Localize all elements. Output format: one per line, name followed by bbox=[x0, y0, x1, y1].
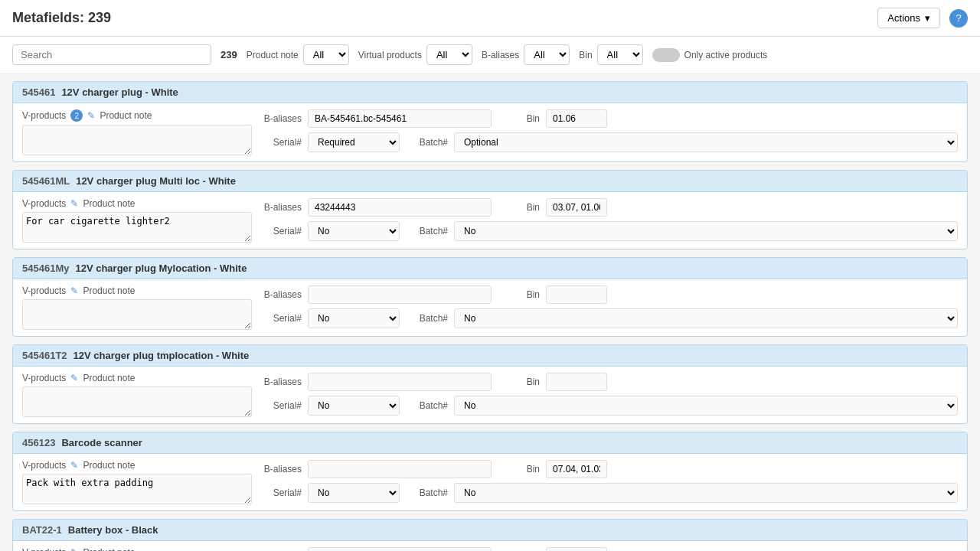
actions-button[interactable]: Actions ▾ bbox=[877, 8, 940, 28]
b-aliases-row: B-aliases Bin bbox=[260, 460, 958, 478]
v-products-label: V-products bbox=[22, 198, 66, 209]
page-title: Metafields: 239 bbox=[12, 10, 111, 26]
b-aliases-row: B-aliases Bin bbox=[260, 285, 958, 304]
product-right-col: B-aliases Bin Serial# NoRequiredOptional… bbox=[260, 198, 958, 241]
product-note-textarea[interactable] bbox=[22, 386, 252, 417]
edit-icon[interactable]: ✎ bbox=[70, 198, 78, 209]
b-aliases-label: B-aliases bbox=[260, 464, 302, 474]
serial-label: Serial# bbox=[260, 137, 302, 148]
product-id: 545461T2 bbox=[22, 350, 67, 361]
v-products-badge: 2 bbox=[70, 109, 83, 122]
bin-filter-label: Bin bbox=[579, 50, 592, 60]
bin-select[interactable]: All bbox=[597, 44, 643, 65]
product-row: V-products ✎ Product note B-aliases Bin … bbox=[13, 367, 967, 423]
content: 545461 12V charger plug - White V-produc… bbox=[0, 73, 980, 551]
product-id: BAT22-1 bbox=[22, 524, 62, 536]
b-aliases-label: B-aliases bbox=[260, 377, 302, 387]
bin-input[interactable] bbox=[546, 373, 607, 391]
product-note-select[interactable]: All bbox=[303, 44, 349, 65]
b-aliases-row: B-aliases Bin bbox=[260, 373, 958, 391]
actions-dropdown-icon: ▾ bbox=[925, 12, 930, 24]
bin-input[interactable] bbox=[546, 109, 607, 128]
serial-select[interactable]: NoRequiredOptional bbox=[308, 221, 400, 241]
serial-batch-row: Serial# NoRequiredOptional Batch# NoRequ… bbox=[260, 221, 958, 241]
product-left-col: V-products ✎ Product note This is a box7 bbox=[22, 547, 252, 551]
bin-input[interactable] bbox=[546, 198, 607, 217]
serial-label: Serial# bbox=[260, 226, 302, 236]
b-aliases-input[interactable] bbox=[308, 547, 492, 551]
product-header: 545461T2 12V charger plug tmplocation - … bbox=[13, 345, 967, 367]
b-aliases-label: B-aliases bbox=[260, 113, 302, 124]
edit-icon[interactable]: ✎ bbox=[70, 460, 78, 471]
batch-label: Batch# bbox=[406, 313, 448, 324]
batch-select[interactable]: NoRequiredOptional bbox=[454, 483, 958, 503]
help-button[interactable]: ? bbox=[949, 9, 968, 28]
product-row: V-products ✎ Product note Pack with extr… bbox=[13, 454, 967, 510]
b-aliases-row: B-aliases Bin bbox=[260, 109, 958, 128]
product-note-label: Product note bbox=[83, 373, 135, 383]
bin-input[interactable] bbox=[546, 460, 607, 478]
product-row: V-products ✎ Product note B-aliases Bin … bbox=[13, 279, 967, 336]
b-aliases-input[interactable] bbox=[308, 373, 492, 391]
active-products-toggle[interactable] bbox=[652, 48, 680, 62]
batch-select[interactable]: NoRequiredOptional bbox=[454, 132, 958, 152]
b-aliases-input[interactable] bbox=[308, 285, 492, 304]
bin-input[interactable] bbox=[546, 285, 607, 304]
product-note-textarea[interactable]: Pack with extra padding bbox=[22, 474, 252, 504]
product-right-col: B-aliases Bin Serial# NoRequiredOptional… bbox=[260, 460, 958, 503]
bin-label: Bin bbox=[498, 113, 540, 124]
virtual-products-select[interactable]: All bbox=[426, 44, 472, 65]
serial-select[interactable]: NoRequiredOptional bbox=[308, 483, 400, 503]
b-aliases-select[interactable]: All bbox=[524, 44, 570, 65]
edit-icon[interactable]: ✎ bbox=[87, 110, 95, 121]
batch-label: Batch# bbox=[406, 487, 448, 498]
product-right-col: B-aliases Bin Serial# NoRequiredOptional… bbox=[260, 109, 958, 152]
product-block: BAT22-1 Battery box - Black V-products ✎… bbox=[12, 519, 968, 551]
product-note-textarea[interactable] bbox=[22, 299, 252, 330]
batch-select[interactable]: NoRequiredOptional bbox=[454, 221, 958, 241]
serial-select[interactable]: NoRequiredOptional bbox=[308, 132, 400, 152]
product-header: 545461ML 12V charger plug Multi loc - Wh… bbox=[13, 171, 967, 192]
product-note-textarea[interactable]: For car cigarette lighter2 bbox=[22, 212, 252, 243]
product-left-col: V-products 2 ✎ Product note bbox=[22, 109, 252, 155]
v-products-row: V-products ✎ Product note bbox=[22, 460, 252, 471]
serial-batch-row: Serial# NoRequiredOptional Batch# NoRequ… bbox=[260, 396, 958, 416]
active-products-label: Only active products bbox=[684, 50, 768, 60]
active-products-toggle-container: Only active products bbox=[652, 48, 768, 62]
serial-select[interactable]: NoRequiredOptional bbox=[308, 396, 400, 416]
b-aliases-filter-label: B-aliases bbox=[482, 50, 519, 60]
product-note-label: Product note bbox=[83, 460, 135, 471]
product-note-filter: Product note All bbox=[247, 44, 349, 65]
product-header: 545461 12V charger plug - White bbox=[13, 82, 967, 103]
product-note-label: Product note bbox=[83, 198, 135, 209]
bin-input[interactable] bbox=[546, 547, 607, 551]
product-block: 545461ML 12V charger plug Multi loc - Wh… bbox=[12, 170, 968, 249]
b-aliases-input[interactable] bbox=[308, 198, 492, 217]
count-badge: 239 bbox=[220, 49, 237, 60]
product-header: 456123 Barcode scanner bbox=[13, 432, 967, 454]
serial-batch-row: Serial# NoRequiredOptional Batch# NoRequ… bbox=[260, 132, 958, 152]
b-aliases-label: B-aliases bbox=[260, 202, 302, 213]
virtual-products-filter: Virtual products All bbox=[358, 44, 472, 65]
b-aliases-filter: B-aliases All bbox=[482, 44, 570, 65]
header-right: Actions ▾ ? bbox=[877, 8, 968, 28]
batch-select[interactable]: NoRequiredOptional bbox=[454, 396, 958, 416]
edit-icon[interactable]: ✎ bbox=[70, 547, 78, 551]
product-block: 456123 Barcode scanner V-products ✎ Prod… bbox=[12, 432, 968, 511]
edit-icon[interactable]: ✎ bbox=[70, 285, 78, 296]
batch-label: Batch# bbox=[406, 400, 448, 411]
b-aliases-input[interactable] bbox=[308, 109, 492, 128]
app-container: Metafields: 239 Actions ▾ ? 239 Product … bbox=[0, 0, 980, 551]
serial-select[interactable]: NoRequiredOptional bbox=[308, 308, 400, 328]
product-left-col: V-products ✎ Product note bbox=[22, 373, 252, 417]
header: Metafields: 239 Actions ▾ ? bbox=[0, 0, 980, 37]
v-products-label: V-products bbox=[22, 547, 66, 551]
b-aliases-input[interactable] bbox=[308, 460, 492, 478]
edit-icon[interactable]: ✎ bbox=[70, 373, 78, 383]
product-note-label: Product note bbox=[100, 110, 152, 121]
product-name: Battery box - Black bbox=[68, 524, 158, 536]
product-right-col: B-aliases Bin Serial# NoRequiredOptional… bbox=[260, 285, 958, 328]
product-note-textarea[interactable] bbox=[22, 125, 252, 155]
batch-select[interactable]: NoRequiredOptional bbox=[454, 308, 958, 328]
search-input[interactable] bbox=[12, 44, 211, 65]
